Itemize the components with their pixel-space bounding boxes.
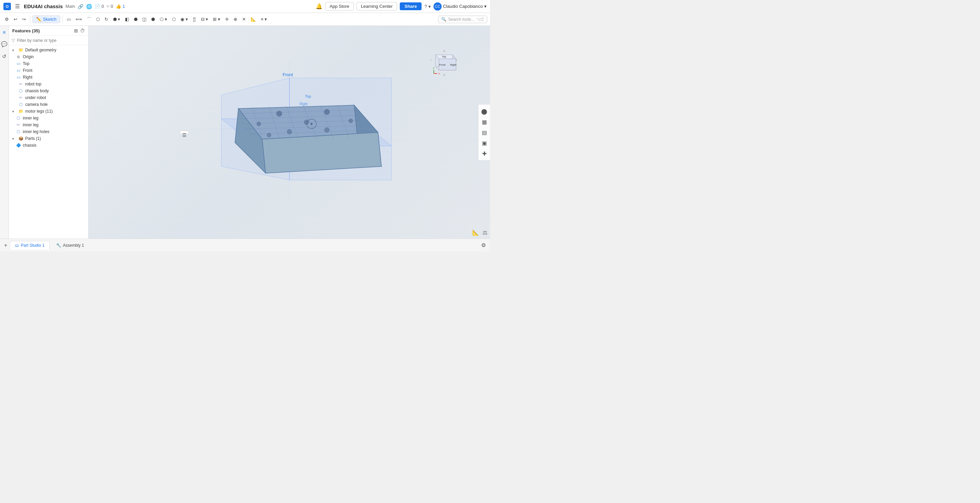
svg-text:Front: Front bbox=[439, 63, 446, 67]
variables-panel-button[interactable]: 💬 bbox=[0, 40, 8, 48]
zebra-button[interactable]: ≡ ▾ bbox=[259, 15, 269, 23]
outline-view-button[interactable]: ☰ bbox=[180, 131, 189, 134]
draft-button[interactable]: ⬠ ▾ bbox=[158, 15, 169, 23]
svg-text:Front: Front bbox=[283, 72, 293, 77]
view-cube[interactable]: Top Front Right X Z ‹ › ∧ ∨ bbox=[429, 48, 459, 79]
solid-icon-holes: ⬡ bbox=[16, 129, 21, 134]
construction-button[interactable]: ▭ bbox=[65, 15, 73, 23]
sweep-button[interactable]: ⬢ ▾ bbox=[111, 15, 123, 23]
globe-icon[interactable]: 🌐 bbox=[86, 4, 92, 9]
svg-text:Top: Top bbox=[442, 55, 446, 58]
filter-box: ▽ bbox=[9, 36, 88, 45]
solid-icon-inner-leg: ⬡ bbox=[16, 116, 21, 121]
filter-input[interactable] bbox=[17, 38, 86, 43]
mate-button[interactable]: ⊕ bbox=[232, 15, 239, 23]
boolean-button[interactable]: ◉ ▾ bbox=[178, 15, 190, 23]
tree-item-inner-leg[interactable]: ⬡ inner leg bbox=[9, 115, 88, 122]
features-title: Features (35) bbox=[12, 28, 71, 33]
tree-item-motor-legs[interactable]: ▾ 📁 motor legs (11) bbox=[9, 108, 88, 115]
delete-button[interactable]: ✕ bbox=[240, 15, 248, 23]
tab-assembly[interactable]: 🔧 Assembly 1 bbox=[51, 241, 89, 250]
feature-header-icons: ⊞ ⏱ bbox=[74, 28, 85, 33]
search-tools-box[interactable]: 🔍 Search tools... ⌥C bbox=[438, 16, 487, 23]
view-cube-svg: Top Front Right X Z ‹ › ∧ ∨ bbox=[429, 48, 459, 79]
revolve-button[interactable]: ↻ bbox=[102, 15, 110, 23]
sections-button[interactable]: ▣ bbox=[480, 138, 488, 148]
svg-text:Right: Right bbox=[300, 102, 308, 106]
learning-center-button[interactable]: Learning Center bbox=[356, 2, 397, 11]
tree-item-default-geometry[interactable]: ▾ 📁 Default geometry bbox=[9, 47, 88, 54]
part-studio-icon: 🗂 bbox=[15, 243, 19, 248]
tree-item-chassis-body[interactable]: ⬡ chassis body bbox=[9, 87, 88, 94]
tree-item-camera-hole[interactable]: ⬡ camera hole bbox=[9, 101, 88, 108]
default-geometry-label: Default geometry bbox=[25, 48, 56, 52]
tree-item-inner-leg2[interactable]: ✏ inner leg bbox=[9, 122, 88, 128]
mirror-button[interactable]: ⟺ bbox=[73, 15, 84, 23]
tree-item-front[interactable]: ▭ Front bbox=[9, 67, 88, 74]
measure-bottom-button[interactable]: 📐 bbox=[472, 229, 479, 236]
solid-icon-camera: ⬡ bbox=[18, 102, 24, 107]
measure-button[interactable]: 📐 bbox=[248, 15, 258, 23]
named-views-button[interactable]: ▤ bbox=[480, 128, 488, 137]
tree-item-under-robot[interactable]: ✏ under robot bbox=[9, 94, 88, 101]
display-states-button[interactable]: ⬤ bbox=[480, 106, 488, 116]
pattern-button[interactable]: ⣿ bbox=[191, 15, 198, 23]
chamfer-button[interactable]: ⬡ bbox=[170, 15, 178, 23]
viewport[interactable]: Front Top Right Top bbox=[89, 26, 490, 238]
settings-tab-button[interactable]: ⚙ bbox=[480, 241, 487, 250]
tree-item-right[interactable]: ▭ Right bbox=[9, 74, 88, 81]
plane-icon-right: ▭ bbox=[16, 75, 21, 79]
solid-icon-chassis: ⬡ bbox=[18, 89, 24, 93]
feature-history-button[interactable]: ⏱ bbox=[80, 28, 85, 33]
rib-button[interactable]: ⬟ bbox=[149, 15, 157, 23]
help-button[interactable]: ? ▾ bbox=[424, 4, 431, 9]
tree-item-top[interactable]: ▭ Top bbox=[9, 60, 88, 67]
tree-item-parts[interactable]: ▾ 📦 Parts (1) bbox=[9, 135, 88, 142]
origin-label: Origin bbox=[23, 54, 34, 59]
svg-point-18 bbox=[277, 111, 282, 116]
offset-button[interactable]: ⬣ bbox=[132, 15, 140, 23]
undo-button[interactable]: ↩ bbox=[11, 15, 19, 23]
search-placeholder: Search tools... bbox=[449, 17, 475, 22]
share-button[interactable]: Share bbox=[400, 2, 422, 10]
appearances-button[interactable]: ▦ bbox=[480, 117, 488, 126]
top-label: Top bbox=[23, 61, 29, 66]
sketch-button[interactable]: ✏️ Sketch bbox=[32, 15, 60, 23]
custom-units-button[interactable]: ✚ bbox=[480, 149, 488, 158]
sketch-icon-robot-top: ✏ bbox=[18, 82, 24, 86]
link-icon[interactable]: 🔗 bbox=[78, 4, 83, 9]
app-store-button[interactable]: App Store bbox=[325, 2, 354, 11]
extrude-button[interactable]: ⬡ bbox=[94, 15, 102, 23]
menu-button[interactable]: ☰ bbox=[14, 2, 21, 11]
tree-item-inner-leg-holes[interactable]: ⬡ inner leg holes bbox=[9, 128, 88, 135]
right-label: Right bbox=[23, 75, 32, 79]
features-panel-button[interactable]: ≡ bbox=[0, 28, 8, 36]
loft-button[interactable]: ◧ bbox=[123, 15, 131, 23]
move-button[interactable]: ✛ bbox=[223, 15, 231, 23]
tab-part-studio[interactable]: 🗂 Part Studio 1 bbox=[10, 241, 49, 250]
user-menu-button[interactable]: CC Claudio Capobianco ▾ bbox=[433, 2, 487, 11]
tree-item-robot-top[interactable]: ✏ robot top bbox=[9, 81, 88, 87]
svg-marker-6 bbox=[262, 132, 381, 173]
tree-item-chassis[interactable]: 🔷 chassis bbox=[9, 142, 88, 149]
history-panel-button[interactable]: ↺ bbox=[0, 52, 8, 60]
logo: O bbox=[3, 3, 11, 10]
transform-button[interactable]: ⊞ ▾ bbox=[211, 15, 222, 23]
mirror2-button[interactable]: ⊟ ▾ bbox=[199, 15, 210, 23]
shell-button[interactable]: ◫ bbox=[140, 15, 148, 23]
like-icon[interactable]: 👍 1 bbox=[116, 4, 125, 9]
properties-bottom-button[interactable]: ⚖ bbox=[482, 229, 487, 236]
expand-all-button[interactable]: ⊞ bbox=[74, 28, 78, 33]
notifications-button[interactable]: 🔔 bbox=[316, 3, 323, 10]
under-robot-label: under robot bbox=[25, 95, 46, 100]
add-tab-button[interactable]: + bbox=[3, 241, 8, 250]
collapse-motor-icon: ▾ bbox=[12, 109, 16, 113]
top-navigation: O ☰ EDU4AI chassis Main 🔗 🌐 📄 0 ⑂ 0 👍 1 … bbox=[0, 0, 490, 13]
parts-label: Parts (1) bbox=[25, 136, 41, 141]
redo-button[interactable]: ↪ bbox=[20, 15, 28, 23]
tree-item-origin[interactable]: ⊕ Origin bbox=[9, 54, 88, 60]
feature-panel-header: Features (35) ⊞ ⏱ bbox=[9, 26, 88, 36]
toolbar-settings-button[interactable]: ⚙ bbox=[3, 15, 11, 23]
part-studio-label: Part Studio 1 bbox=[21, 243, 44, 248]
fillet-button[interactable]: ⌒ bbox=[85, 15, 93, 24]
